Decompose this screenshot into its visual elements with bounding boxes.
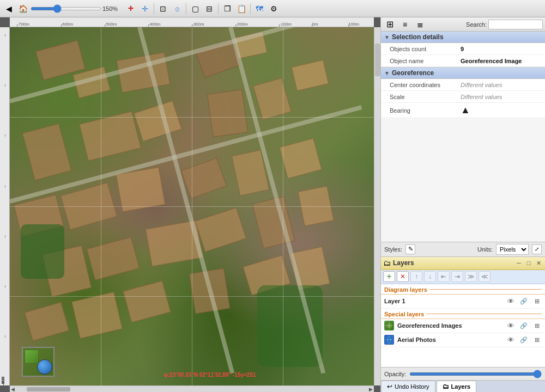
diagram-layers-label: Diagram layers xyxy=(384,286,427,293)
ruler-top: -700m -600m -500m -400m -300m -200m -100… xyxy=(10,17,374,27)
map-canvas[interactable]: φ:23°30.33"N 02°11'32.89" -15y=251 xyxy=(10,27,374,385)
back-btn[interactable]: ◀ xyxy=(2,2,15,15)
layer-row-georef[interactable]: Georeferenced Images 👁 🔗 ⊞ xyxy=(381,319,545,333)
layers-close-btn[interactable]: ✕ xyxy=(534,259,543,267)
fit-btn[interactable]: ⊡ xyxy=(156,2,169,15)
satellite-map[interactable] xyxy=(10,27,374,385)
special-layers-label: Special layers xyxy=(384,311,424,317)
center-coordinates-row: Center coordinates Different values xyxy=(381,79,545,91)
line-btn[interactable]: ⊟ xyxy=(203,2,216,15)
diagram-section-line xyxy=(429,289,542,290)
units-select[interactable]: Pixels Meters Feet Inches xyxy=(496,244,529,255)
georeference-header[interactable]: ▼ Georeference xyxy=(381,68,545,79)
layer1-eye-btn[interactable]: 👁 xyxy=(506,296,516,306)
diagram-layers-section: Diagram layers xyxy=(381,284,545,295)
props-btn-1[interactable]: ⊞ xyxy=(383,18,396,31)
selection-details: ▼ Selection details Objects count 9 Obje… xyxy=(381,32,545,67)
flip-v-btn[interactable]: ⌽ xyxy=(171,2,184,15)
scroll-thumb-horizontal[interactable] xyxy=(27,387,70,391)
right-panel: ⊞ ≡ ≣ Search: ▼ Selection details Object… xyxy=(380,17,545,392)
props-search-input[interactable] xyxy=(488,20,543,29)
props-toolbar: ⊞ ≡ ≣ Search: xyxy=(381,17,545,32)
move-layer-down-btn[interactable]: ↓ xyxy=(424,271,436,282)
layer1-link-btn[interactable]: 🔗 xyxy=(519,296,529,306)
layer-action-2[interactable]: ⇥ xyxy=(451,271,463,282)
bearing-value: ▲ xyxy=(461,105,470,116)
zoom-slider[interactable] xyxy=(31,7,101,10)
layer-action-4[interactable]: ≪ xyxy=(479,271,491,282)
center-coordinates-value: Different values xyxy=(461,82,502,88)
bearing-label: Bearing xyxy=(390,107,461,114)
layer1-copy-btn[interactable]: ⊞ xyxy=(532,296,542,306)
map-scrollbar-horizontal[interactable]: ◀ ▶ xyxy=(10,385,374,392)
scroll-left-arrow[interactable]: ◀ xyxy=(10,387,16,392)
ruler-tick: -500m xyxy=(105,22,117,27)
props-btn-2[interactable]: ≡ xyxy=(398,18,411,31)
layer-action-1[interactable]: ⇤ xyxy=(438,271,450,282)
ruler-tick-v: -100 xyxy=(1,335,5,385)
undo-history-label: Undo History xyxy=(395,383,429,390)
layer-row-aerial[interactable]: Aerial Photos 👁 🔗 ⊞ xyxy=(381,333,545,347)
layers-minimize-btn[interactable]: ─ xyxy=(514,259,523,267)
georef-link-btn[interactable]: 🔗 xyxy=(519,321,529,330)
move-layer-up-btn[interactable]: ↑ xyxy=(410,271,422,282)
center-coordinates-label: Center coordinates xyxy=(390,82,461,88)
object-name-value: Georeferenced Image xyxy=(461,58,522,64)
props-search: Search: xyxy=(466,20,543,29)
settings-btn[interactable]: ⚙ xyxy=(267,2,280,15)
globe-icon xyxy=(37,359,52,375)
paste-btn[interactable]: 📋 xyxy=(235,2,248,15)
layers-maximize-btn[interactable]: □ xyxy=(524,259,533,267)
toolbar: ◀ 🏠 150% + ✛ ⊡ ⌽ ▢ ⊟ ❐ 📋 🗺 ⚙ xyxy=(0,0,545,17)
selection-details-header[interactable]: ▼ Selection details xyxy=(381,32,545,43)
home-btn[interactable]: 🏠 xyxy=(16,2,29,15)
map-scrollbar-vertical[interactable] xyxy=(374,27,380,385)
zoom-slider-wrap xyxy=(31,7,101,10)
ruler-tick: 0m xyxy=(312,22,318,27)
props-search-label: Search: xyxy=(466,21,487,28)
styles-label: Styles: xyxy=(384,246,402,253)
aerial-link-btn[interactable]: 🔗 xyxy=(519,335,529,345)
bearing-row: Bearing ▲ xyxy=(381,103,545,118)
selection-details-label: Selection details xyxy=(392,33,444,41)
units-expand-btn[interactable]: ⤢ xyxy=(532,244,542,254)
collapse-icon: ▼ xyxy=(384,34,390,40)
undo-history-tab[interactable]: ↩ Undo History xyxy=(381,381,435,392)
layers-header-buttons: ─ □ ✕ xyxy=(514,259,543,267)
aerial-eye-btn[interactable]: 👁 xyxy=(506,335,516,345)
add-layer-btn[interactable]: + xyxy=(383,271,395,282)
layers-panel-icon: 🗂 xyxy=(383,259,391,267)
layer-action-3[interactable]: ≫ xyxy=(465,271,477,282)
props-btn-3[interactable]: ≣ xyxy=(414,18,427,31)
sep1 xyxy=(154,3,154,14)
layers-toolbar: + ✕ ↑ ↓ ⇤ ⇥ ≫ ≪ xyxy=(381,270,545,284)
delete-layer-btn[interactable]: ✕ xyxy=(397,271,409,282)
layer-row-layer1[interactable]: Layer 1 👁 🔗 ⊞ xyxy=(381,295,545,309)
georef-layer-name: Georeferenced Images xyxy=(397,322,502,329)
ruler-tick: 100m xyxy=(348,22,359,27)
add-btn[interactable]: + xyxy=(124,2,137,15)
aerial-layer-name: Aerial Photos xyxy=(397,336,502,343)
ruler-tick: -200m xyxy=(235,22,248,27)
aerial-copy-btn[interactable]: ⊞ xyxy=(532,335,542,345)
opacity-slider[interactable] xyxy=(409,372,542,376)
georeference-label: Georeference xyxy=(392,69,434,77)
objects-count-label: Objects count xyxy=(390,46,461,52)
ruler-left: -700 -600 -500 -400 -300 -200 -100 xyxy=(0,27,10,385)
objects-count-value: 9 xyxy=(461,46,464,52)
scroll-right-arrow[interactable]: ▶ xyxy=(368,387,374,392)
layers-tab[interactable]: 🗂 Layers xyxy=(437,381,476,392)
map-btn[interactable]: 🗺 xyxy=(253,2,266,15)
copy-btn[interactable]: ❐ xyxy=(221,2,234,15)
zoom-label: 150% xyxy=(102,5,123,12)
layers-title: Layers xyxy=(393,259,514,267)
styles-edit-btn[interactable]: ✎ xyxy=(405,244,415,254)
map-area[interactable]: -700m -600m -500m -400m -300m -200m -100… xyxy=(0,17,380,392)
cursor-btn[interactable]: ✛ xyxy=(138,2,152,15)
georef-copy-btn[interactable]: ⊞ xyxy=(532,321,542,330)
georef-eye-btn[interactable]: 👁 xyxy=(506,321,516,330)
undo-history-icon: ↩ xyxy=(387,383,392,390)
square-btn[interactable]: ▢ xyxy=(189,2,202,15)
ruler-tick: -400m xyxy=(148,22,161,27)
georeference-section: ▼ Georeference Center coordinates Differ… xyxy=(381,67,545,118)
